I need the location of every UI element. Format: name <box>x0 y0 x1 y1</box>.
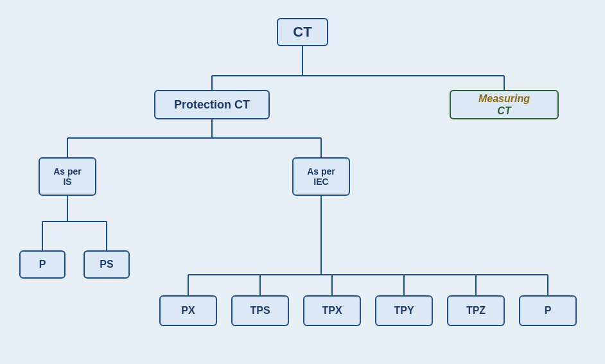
tpz-node: TPZ <box>447 295 505 326</box>
measuring-ct-label-line2: CT <box>497 105 511 117</box>
protection-ct-node: Protection CT <box>154 90 270 119</box>
measuring-ct-node: Measuring CT <box>450 90 559 119</box>
p-small-node: P <box>19 250 66 279</box>
ps-node: PS <box>83 250 130 279</box>
as-per-iec-label: As perIEC <box>307 166 335 187</box>
as-per-is-node: As perIS <box>39 157 96 196</box>
px-node: PX <box>159 295 217 326</box>
ct-node: CT <box>277 18 328 46</box>
tpy-node: TPY <box>375 295 433 326</box>
measuring-ct-label-line1: Measuring <box>478 92 530 105</box>
as-per-iec-node: As perIEC <box>292 157 350 196</box>
p-large-node: P <box>519 295 577 326</box>
ct-classification-diagram: CT Protection CT Measuring CT As perIS A… <box>0 0 605 364</box>
as-per-is-label: As perIS <box>53 166 82 187</box>
tpx-node: TPX <box>303 295 361 326</box>
tps-node: TPS <box>231 295 289 326</box>
